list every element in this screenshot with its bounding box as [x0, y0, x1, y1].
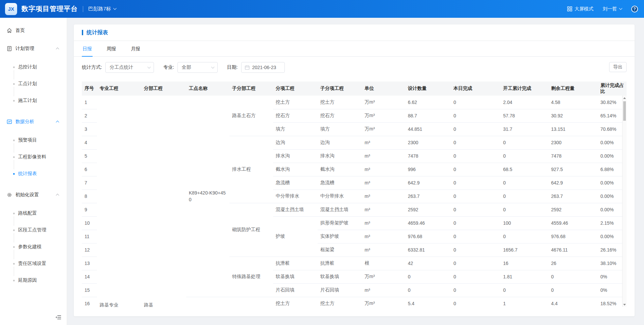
table-cell: 排水沟	[318, 149, 362, 163]
sidebar-group-label: 初始化设置	[15, 192, 39, 198]
table-cell: 2592	[548, 203, 598, 216]
table-cell: 软基换填	[273, 270, 318, 283]
table-cell: 混凝土挡土墙	[318, 203, 362, 216]
table-header-row: 序号专业工程分部工程工点名称子分部工程分项工程子分项工程单位设计数量本日完成开工…	[82, 82, 627, 96]
title-divider	[83, 6, 83, 12]
table-cell: 4	[82, 136, 97, 149]
table-cell: 混凝土挡土墙	[273, 203, 318, 216]
table-cell: m³	[362, 189, 405, 203]
table-cell: m³	[362, 149, 405, 163]
table-cell: 排水沟	[273, 149, 318, 163]
sidebar-item-label: 总控计划	[18, 64, 37, 70]
scrollbar-up-arrow[interactable]	[623, 96, 627, 100]
table-cell: 9	[82, 203, 97, 216]
table-cell: 2592	[405, 203, 451, 216]
sidebar-item-label: 施工计划	[18, 98, 37, 104]
table-cell: 挖土方	[273, 96, 318, 109]
app-title: 数字项目管理平台	[21, 4, 78, 13]
bullet-icon	[13, 173, 15, 175]
sidebar-item-delay-reason[interactable]: 延期原因	[0, 272, 67, 289]
table-cell: 中分带排水	[273, 189, 318, 203]
menu-fold-icon	[55, 315, 61, 320]
table-cell: 0	[500, 203, 548, 216]
export-button[interactable]: 导出	[609, 62, 627, 72]
project-selector[interactable]: 巴彭路7标	[88, 6, 116, 12]
table-cell: 0	[451, 203, 500, 216]
sidebar-group-initial-settings[interactable]: 初始化设置	[0, 187, 67, 202]
chevron-down-icon	[211, 65, 214, 69]
tab-monthly-report[interactable]: 月报	[130, 46, 141, 56]
content-area: 统计报表 日报 周报 月报 统计方式: 分工点统计 专业: 全部 日期:	[67, 18, 644, 325]
sidebar-item-label: 首页	[15, 28, 25, 34]
table-cell: 4559.46	[548, 216, 598, 230]
big-screen-label: 大屏模式	[575, 6, 593, 12]
sidebar-item-section-worksite-mgmt[interactable]: 区段工点管理	[0, 222, 67, 238]
sidebar-item-statistics-report[interactable]: 统计报表	[0, 165, 67, 182]
chevron-up-icon	[56, 48, 59, 51]
sidebar-item-home[interactable]: 首页	[0, 23, 67, 38]
sidebar-item-label: 延期原因	[18, 277, 37, 283]
date-value: 2021-06-23	[252, 65, 276, 70]
scrollbar-down-arrow[interactable]	[623, 302, 627, 307]
table-cell: 边沟	[273, 136, 318, 149]
table-cell: 排水工程	[229, 136, 273, 203]
sidebar-item-warning-projects[interactable]: 预警项目	[0, 132, 67, 149]
table-cell: 0	[451, 189, 500, 203]
table-cell: 万m³	[362, 109, 405, 122]
chevron-up-icon	[56, 121, 59, 124]
tab-weekly-report[interactable]: 周报	[106, 46, 117, 56]
page-title: 统计报表	[87, 29, 108, 36]
date-picker[interactable]: 2021-06-23	[241, 62, 285, 73]
triangle-up-icon	[623, 97, 626, 99]
date-label: 日期:	[227, 64, 238, 70]
bullet-icon	[13, 263, 15, 265]
scrollbar-thumb[interactable]	[623, 101, 626, 121]
table-cell: 0	[405, 270, 451, 283]
sidebar-item-label: 区段工点管理	[18, 227, 46, 233]
grid-icon	[567, 6, 572, 11]
table-cell: 急流槽	[273, 176, 318, 189]
bullet-icon	[13, 213, 15, 214]
panel-title-row: 统计报表	[74, 24, 635, 41]
sidebar-item-responsibility-area[interactable]: 责任区域设置	[0, 255, 67, 272]
table-row: 1路基专业路基K89+420-K90+450路基土石方挖土方挖土方万m³6.62…	[82, 96, 627, 109]
table-cell: 根	[362, 257, 405, 270]
column-header: 专业工程	[97, 82, 141, 96]
table-cell: 4.4	[548, 297, 598, 307]
table-cell: m³	[362, 176, 405, 189]
column-header: 开工累计完成	[500, 82, 548, 96]
user-menu[interactable]: 刘一哲	[603, 6, 622, 12]
app-logo: JX	[5, 3, 17, 15]
sidebar-group-data-analysis[interactable]: 数据分析	[0, 114, 67, 129]
help-icon[interactable]: ?	[631, 6, 638, 12]
major-select[interactable]: 全部	[177, 62, 218, 73]
big-screen-mode-button[interactable]: 大屏模式	[567, 6, 593, 12]
sidebar-group-plan-management[interactable]: 计划管理	[0, 41, 67, 56]
sidebar-item-construction-plan[interactable]: 施工计划	[0, 92, 67, 109]
table-cell: 13.151	[548, 122, 598, 136]
table-cell: 路基	[141, 96, 186, 307]
table-cell: m³	[362, 136, 405, 149]
table-cell: 16	[500, 257, 548, 270]
tab-daily-report[interactable]: 日报	[82, 46, 93, 57]
table-cell: 0	[500, 230, 548, 243]
column-header: 设计数量	[405, 82, 451, 96]
sidebar-item-label: 预警项目	[18, 137, 37, 143]
table-cell: m³	[362, 243, 405, 257]
table-cell: 挖土方	[318, 96, 362, 109]
table-cell: 0	[451, 163, 500, 176]
sidebar-item-worksite-plan[interactable]: 工点计划	[0, 75, 67, 92]
stat-method-select[interactable]: 分工点统计	[105, 62, 154, 73]
table-cell: 44.851	[405, 122, 451, 136]
column-header: 累计完成占比	[598, 82, 627, 96]
chevron-down-icon	[147, 65, 151, 69]
table-cell: 976.68	[405, 230, 451, 243]
sidebar-item-route-config[interactable]: 路线配置	[0, 205, 67, 222]
table-cell: 42	[405, 257, 451, 270]
sidebar-item-parametric-modeling[interactable]: 参数化建模	[0, 238, 67, 255]
sidebar-item-master-plan[interactable]: 总控计划	[0, 59, 67, 75]
report-tabs: 日报 周报 月报	[74, 41, 635, 57]
user-name: 刘一哲	[603, 6, 617, 12]
sidebar-item-project-media[interactable]: 工程影像资料	[0, 149, 67, 165]
sidebar-collapse-button[interactable]	[54, 313, 63, 322]
